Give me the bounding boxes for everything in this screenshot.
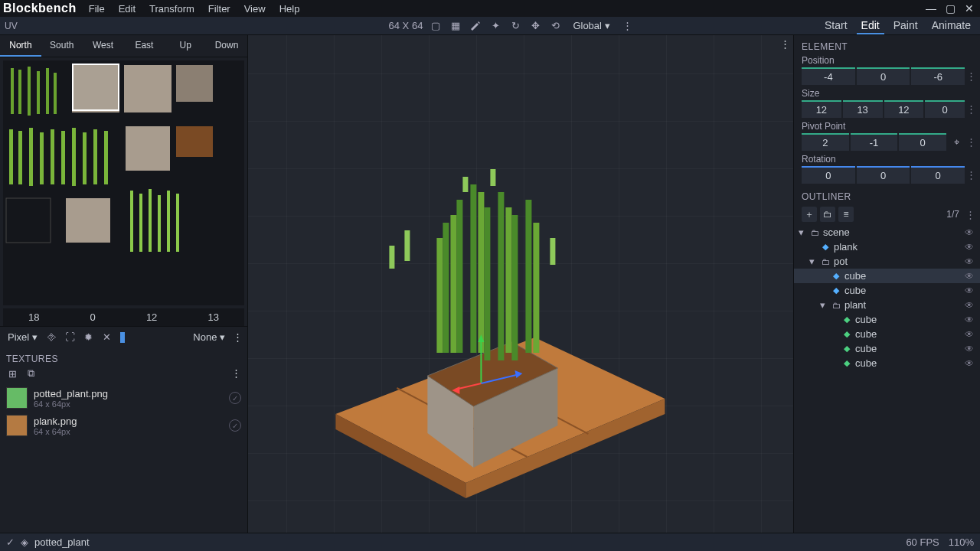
mode-edit[interactable]: Edit [857, 18, 884, 34]
uv-bucket-icon[interactable]: ⯑ [45, 331, 59, 344]
outliner-folder[interactable]: ▾🗀pot👁 [794, 254, 980, 269]
uv-tab-up[interactable]: Up [165, 35, 206, 57]
pivot-z-input[interactable] [899, 133, 946, 151]
position-more-icon[interactable]: ⋮ [966, 70, 975, 82]
transform-scale-icon[interactable]: ✥ [528, 19, 542, 33]
outliner-cube[interactable]: ◆cube👁 [794, 356, 980, 370]
outliner-item-label: pot [834, 256, 848, 267]
textures-more-icon[interactable]: ⋮ [231, 367, 241, 380]
visibility-eye-icon[interactable]: 👁 [965, 227, 975, 238]
pivot-center-icon[interactable]: ⌖ [948, 134, 965, 151]
menu-filter[interactable]: Filter [202, 2, 237, 16]
uv-units-dropdown[interactable]: Pixel ▾ [5, 330, 41, 344]
uv-tab-east[interactable]: East [123, 35, 165, 57]
svg-rect-53 [505, 207, 511, 353]
paint-icon[interactable] [469, 19, 482, 33]
rotation-more-icon[interactable]: ⋮ [966, 169, 975, 181]
uv-fullscreen-icon[interactable]: ⛶ [64, 331, 77, 344]
pivot-y-input[interactable] [851, 133, 898, 151]
minimize-button[interactable]: — [926, 2, 936, 15]
size-more-icon[interactable]: ⋮ [966, 103, 975, 115]
menu-transform[interactable]: Transform [143, 2, 201, 16]
maximize-button[interactable]: ▢ [946, 2, 956, 15]
transform-pivot-icon[interactable]: ⟲ [548, 19, 562, 33]
outliner-list-icon[interactable]: ≡ [838, 207, 854, 222]
grid-icon[interactable]: ▦ [449, 19, 462, 33]
uv-h: 13 [207, 311, 218, 323]
texture-check-icon[interactable]: ✓ [229, 392, 241, 404]
rotation-x-input[interactable] [802, 166, 855, 184]
transform-move-icon[interactable]: ✦ [488, 19, 502, 33]
left-panel: North South West East Up Down [0, 35, 248, 533]
visibility-eye-icon[interactable]: 👁 [965, 242, 975, 253]
texture-item[interactable]: plank.png 64 x 64px ✓ [0, 412, 247, 439]
visibility-eye-icon[interactable]: 👁 [965, 315, 975, 325]
menu-edit[interactable]: Edit [113, 2, 142, 16]
texture-item[interactable]: potted_plant.png 64 x 64px ✓ [0, 384, 247, 412]
menu-file[interactable]: File [83, 2, 111, 16]
3d-viewport[interactable]: ⋮ [248, 35, 793, 533]
outliner-folder[interactable]: ▾🗀scene👁 [794, 225, 980, 240]
texture-check-icon[interactable]: ✓ [229, 419, 241, 432]
visibility-eye-icon[interactable]: 👁 [965, 285, 975, 296]
transform-rotate-icon[interactable]: ↻ [508, 19, 522, 33]
uv-canvas[interactable] [3, 60, 244, 305]
outliner-cube[interactable]: ◆cube👁 [794, 341, 980, 356]
uv-slider[interactable] [120, 332, 125, 343]
mode-paint[interactable]: Paint [889, 18, 923, 34]
visibility-eye-icon[interactable]: 👁 [965, 358, 975, 369]
texture-dims: 64 x 64px [34, 399, 223, 409]
rotation-z-input[interactable] [911, 166, 965, 184]
uv-snap-dropdown[interactable]: None ▾ [190, 330, 228, 344]
outliner-cube[interactable]: ◆cube👁 [794, 283, 980, 298]
uv-tab-down[interactable]: Down [206, 35, 247, 57]
toolbar-more-icon[interactable]: ⋮ [621, 19, 635, 33]
pivot-more-icon[interactable]: ⋮ [966, 136, 975, 148]
rotation-y-input[interactable] [857, 166, 910, 184]
uv-more-icon[interactable]: ⋮ [233, 331, 243, 343]
aspect-icon[interactable]: ▢ [429, 19, 443, 33]
pivot-x-input[interactable] [802, 133, 849, 151]
mode-animate[interactable]: Animate [927, 18, 975, 34]
outliner-add-folder-icon[interactable]: 🗀 [820, 207, 835, 222]
size-y-input[interactable] [843, 100, 883, 118]
chevron-icon[interactable]: ▾ [820, 299, 828, 311]
uv-tab-north[interactable]: North [0, 35, 41, 57]
svg-rect-9 [176, 65, 213, 102]
outliner-folder[interactable]: ▾🗀plant👁 [794, 298, 980, 312]
outliner-cube[interactable]: ◆plank👁 [794, 240, 980, 254]
viewport-more-icon[interactable]: ⋮ [780, 38, 790, 50]
visibility-eye-icon[interactable]: 👁 [965, 271, 975, 282]
outliner-add-cube-icon[interactable]: ＋ [802, 207, 817, 222]
uv-settings-icon[interactable]: ✹ [82, 331, 96, 344]
chevron-icon[interactable]: ▾ [809, 256, 817, 267]
position-z-input[interactable] [911, 67, 965, 85]
uv-tab-west[interactable]: West [83, 35, 124, 57]
svg-rect-25 [66, 198, 110, 243]
outliner-cube[interactable]: ◆cube👁 [794, 327, 980, 341]
close-button[interactable]: ✕ [965, 2, 974, 15]
uv-selection[interactable] [72, 64, 119, 111]
uv-clear-icon[interactable]: ✕ [100, 331, 114, 344]
outliner-more-icon[interactable]: ⋮ [962, 209, 975, 220]
visibility-eye-icon[interactable]: 👁 [965, 256, 975, 267]
visibility-eye-icon[interactable]: 👁 [965, 300, 975, 311]
size-z-input[interactable] [884, 100, 924, 118]
visibility-eye-icon[interactable]: 👁 [965, 329, 975, 340]
chevron-icon[interactable]: ▾ [799, 227, 806, 238]
outliner-cube[interactable]: ◆cube👁 [794, 312, 980, 327]
size-w-input[interactable] [925, 100, 965, 118]
transform-space-dropdown[interactable]: Global ▾ [568, 18, 614, 33]
outliner-cube[interactable]: ◆cube👁 [794, 269, 980, 283]
size-x-input[interactable] [802, 100, 841, 118]
outliner-heading: OUTLINER [794, 185, 980, 204]
menu-view[interactable]: View [238, 2, 272, 16]
texture-add-icon[interactable]: ⊞ [6, 367, 18, 380]
texture-import-icon[interactable]: ⧉ [24, 367, 37, 380]
position-y-input[interactable] [857, 67, 910, 85]
uv-tab-south[interactable]: South [41, 35, 83, 57]
visibility-eye-icon[interactable]: 👁 [965, 344, 975, 354]
position-x-input[interactable] [802, 67, 855, 85]
menu-help[interactable]: Help [273, 2, 306, 16]
mode-start[interactable]: Start [820, 18, 852, 34]
